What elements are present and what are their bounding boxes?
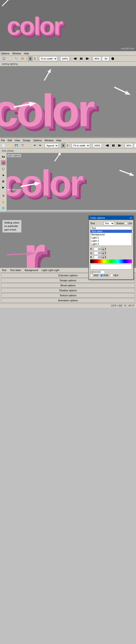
r-label: R [90,248,93,250]
xara3d-canvas: color xara3d6 view [0,0,136,51]
tb2-icon-7[interactable]: ↪ [38,143,42,148]
menu-item-options[interactable]: Options [1,52,9,55]
align-center-btn[interactable]: ▮▮ [79,56,84,61]
text-sides-info-label: Text sides [10,269,21,272]
tb2-align3[interactable]: ▮▶ [117,143,122,148]
hex-checkbox[interactable] [110,274,113,277]
color-options-label: color options [7,154,21,157]
tool-animation[interactable]: ▶ [1,185,6,190]
menu-file[interactable]: File [1,139,5,142]
font-select[interactable]: Agenda [45,143,59,148]
menu-item-window[interactable]: Window [12,52,21,55]
hex-input[interactable] [92,270,105,274]
r-spin[interactable]: ▲▼ [103,247,106,251]
tool-misc-2[interactable]: 🌐 [1,205,6,211]
tb2-align1[interactable]: ◀▮ [105,143,110,148]
shadow-options-btn[interactable]: Shadow options [1,288,135,293]
toolbar-icon-3[interactable]: 🔧 [14,56,19,61]
align-left-btn[interactable]: ◀▮ [72,56,78,61]
toolbar-icon-4[interactable]: 🎨 [20,56,25,61]
italic-button[interactable]: I [33,56,36,61]
menu-design[interactable]: Design [23,139,30,142]
list-item-light2[interactable]: Light 2 [90,239,132,242]
canvas-section-2: color [7,153,136,210]
color-swatch[interactable] [90,264,132,270]
text-label: Text [90,222,103,225]
minus-input[interactable] [102,56,109,61]
rgb-radio[interactable] [100,274,103,277]
tb2-icon-2[interactable]: 📁 [7,143,13,148]
3d-text-med: color [7,162,82,204]
arrow-big-top [43,68,53,82]
tb2-bold[interactable]: B [61,143,65,148]
texture-label: Texture [116,222,124,225]
tool-color-options[interactable] [1,160,6,166]
list-item-background[interactable]: Background [90,233,132,236]
texture-checkbox[interactable] [125,222,127,225]
tb2-icon-5[interactable]: 📋 [26,143,32,148]
minus-2[interactable] [134,143,136,148]
rgb-option[interactable]: RGB [100,274,109,277]
toolbar-icon-1[interactable]: 🔤 [1,56,6,61]
sep-4 [71,56,71,61]
tool-shadow[interactable]: ◐ [1,178,6,184]
tb2-icon-3[interactable]: 💾 [14,143,19,148]
text-info-label: Text [2,269,6,272]
toolbar-icon-2[interactable]: 📋 [7,56,13,61]
percent-2[interactable] [125,143,133,148]
statusbar: 1078 × 882 0°; -43°:0° [0,304,136,308]
arrow-3 [0,3,12,10]
b-spin[interactable]: ▲▼ [103,255,106,259]
sep-2 [38,56,38,61]
list-item-light1[interactable]: Light 1 [90,236,132,239]
g-input[interactable] [94,251,102,255]
sep-3 [59,56,59,61]
text-dropdown[interactable]: Text [104,221,115,225]
fit-to-width-select[interactable]: Fit to width [39,56,57,61]
g-row: G ▲▼ [90,251,132,255]
tb2-icon-4[interactable]: ✂️ [20,143,25,148]
list-item-text[interactable]: Text [90,226,132,230]
fit-to-width-2[interactable]: Fit to width [72,143,90,148]
color-gradient-bar[interactable] [90,260,132,263]
b-input[interactable] [94,255,102,259]
section-label-lighting: setting lighting [0,62,136,66]
texture-options-btn[interactable]: Texture options [1,293,135,298]
align-right-btn[interactable]: ▮▶ [84,56,90,61]
menubar-1: Options Window Help [0,51,136,56]
menu-window[interactable]: Window [45,139,54,142]
menu-help[interactable]: Help [56,139,62,142]
r-input[interactable] [94,247,102,251]
x-icon: ✕ [2,194,5,198]
tool-aa[interactable]: Aa [1,154,6,160]
animation-options-btn[interactable]: Animation options [1,298,135,303]
bevel-options-btn[interactable]: Bevel options [1,283,135,288]
tool-misc-1[interactable]: 🔒 [1,199,6,205]
hsv-radio[interactable] [90,274,93,277]
tb2-italic[interactable]: I [66,143,69,148]
menu-options[interactable]: Options [33,139,42,142]
bold-button[interactable]: B [28,56,32,61]
tb2-icon-6[interactable]: ↩ [33,143,37,148]
tb2-icon-1[interactable]: 📄 [1,143,6,148]
percent-input[interactable] [93,56,101,61]
panel-close-btn[interactable]: ✕ [130,216,132,220]
menu-item-help[interactable]: Help [24,52,29,55]
menu-view[interactable]: View [15,139,20,142]
zoom-input[interactable] [60,56,69,61]
hex-option[interactable]: HEX [110,274,118,277]
tool-extrusion[interactable]: ☐ [1,166,6,172]
g-spin[interactable]: ▲▼ [103,251,106,255]
setting-colors-annotation: Setting colors on particular part of tex… [2,220,21,233]
app-with-sidebar: Aa ☐ ◈ ◐ ▶ ✕ 🔒 🌐 color options only text… [0,153,136,212]
list-item-light3[interactable]: Light 3 [90,242,132,246]
tb2-align2[interactable]: ▮▮ [111,143,116,148]
tool-only-text[interactable]: ✕ [1,193,6,198]
tint-label: 1int [128,222,132,225]
hsv-option[interactable]: HSV [90,274,98,277]
zoom-input-2[interactable] [93,143,102,148]
tool-bevel[interactable]: ◈ [1,172,6,178]
spin-btn[interactable]: ⬤ [110,56,115,61]
list-item-text-sides[interactable]: Text sides [90,230,132,233]
menu-edit[interactable]: Edit [8,139,12,142]
